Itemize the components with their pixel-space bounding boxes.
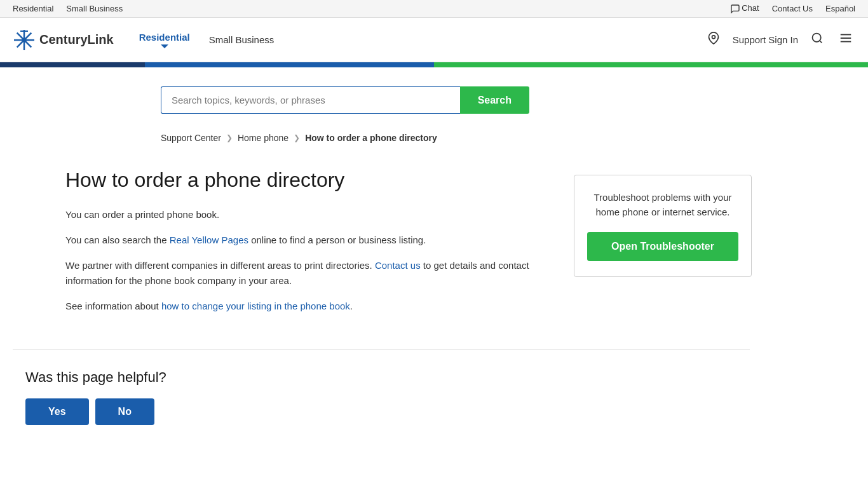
breadcrumb-current: How to order a phone directory (305, 133, 437, 143)
search-icon (811, 32, 824, 44)
svg-line-8 (820, 41, 822, 43)
change-listing-link[interactable]: how to change your listing in the phone … (161, 301, 350, 311)
main-content: How to order a phone directory You can o… (53, 156, 815, 349)
support-signin[interactable]: Support Sign In (733, 34, 798, 45)
logo-icon (13, 29, 36, 51)
real-yellow-pages-link[interactable]: Real Yellow Pages (170, 234, 248, 245)
logo[interactable]: CenturyLink (13, 29, 114, 51)
nav-links: Residential Small Business (139, 32, 275, 48)
article-body: You can order a printed phone book. You … (65, 207, 548, 314)
article-para-3: We partner with different companies in d… (65, 258, 548, 288)
hamburger-icon (839, 31, 853, 45)
svg-point-7 (813, 34, 821, 42)
search-area: Search (148, 67, 720, 126)
search-button[interactable]: Search (460, 86, 529, 114)
article-para-4: See information about how to change your… (65, 299, 548, 314)
yes-button[interactable]: Yes (25, 398, 89, 425)
location-icon-button[interactable] (705, 29, 722, 50)
contact-us-link[interactable]: Contact us (375, 260, 421, 271)
open-troubleshooter-button[interactable]: Open Troubleshooter (587, 232, 738, 261)
search-input[interactable] (161, 86, 460, 114)
breadcrumb-sep-2: ❯ (294, 133, 300, 142)
breadcrumb: Support Center ❯ Home phone ❯ How to ord… (148, 126, 720, 156)
topbar-espanol[interactable]: Español (825, 4, 855, 13)
topbar-chat[interactable]: Chat (730, 3, 759, 14)
color-bar-medium-blue (145, 62, 434, 67)
article-title: How to order a phone directory (65, 168, 548, 192)
topbar-contact-us[interactable]: Contact Us (772, 4, 813, 13)
content-right: Troubleshoot problems with your home pho… (574, 175, 752, 324)
color-bar-dark-blue (0, 62, 145, 67)
troubleshooter-text: Troubleshoot problems with your home pho… (587, 191, 738, 219)
helpful-buttons: Yes No (25, 398, 483, 425)
main-nav: CenturyLink Residential Small Business S… (0, 18, 868, 62)
top-bar: Residential Small Business Chat Contact … (0, 0, 868, 18)
svg-point-5 (22, 37, 27, 42)
no-button[interactable]: No (95, 398, 154, 425)
top-bar-left: Residential Small Business (13, 4, 123, 13)
article-para-2: You can also search the Real Yellow Page… (65, 233, 548, 248)
breadcrumb-support-center[interactable]: Support Center (161, 133, 221, 143)
topbar-residential[interactable]: Residential (13, 4, 53, 13)
helpful-section: Was this page helpful? Yes No (13, 350, 496, 444)
search-icon-button[interactable] (808, 29, 826, 50)
menu-icon-button[interactable] (836, 29, 855, 51)
breadcrumb-home-phone[interactable]: Home phone (238, 133, 288, 143)
nav-small-business[interactable]: Small Business (209, 34, 275, 45)
svg-point-6 (712, 36, 715, 39)
topbar-small-business[interactable]: Small Business (66, 4, 123, 13)
nav-left: CenturyLink Residential Small Business (13, 29, 274, 51)
breadcrumb-sep-1: ❯ (226, 133, 233, 142)
content-left: How to order a phone directory You can o… (65, 168, 548, 324)
signin-label: Sign In (768, 34, 798, 45)
color-bar-green (434, 62, 868, 67)
nav-residential[interactable]: Residential (139, 32, 190, 48)
nav-right: Support Sign In (705, 29, 855, 51)
search-form: Search (161, 86, 529, 114)
support-label: Support (733, 34, 766, 45)
top-bar-right: Chat Contact Us Español (730, 3, 855, 14)
color-bar (0, 62, 868, 67)
logo-text: CenturyLink (39, 32, 114, 47)
helpful-title: Was this page helpful? (25, 369, 483, 386)
chat-icon (730, 4, 740, 14)
troubleshooter-box: Troubleshoot problems with your home pho… (574, 175, 752, 277)
article-para-1: You can order a printed phone book. (65, 207, 548, 222)
location-icon (707, 32, 720, 44)
